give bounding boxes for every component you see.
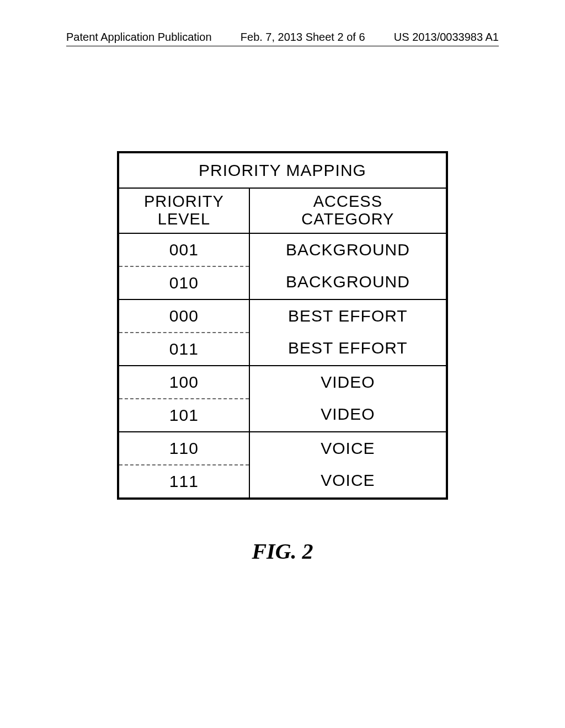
header-left-text: Patent Application Publication [66, 31, 212, 44]
priority-level-cell: 110 [119, 432, 249, 465]
priority-level-cell: 111 [119, 465, 249, 497]
col-header-priority-level: PRIORITY LEVEL [119, 189, 250, 233]
access-category-cell: BEST EFFORT [250, 300, 446, 332]
page: Patent Application Publication Feb. 7, 2… [0, 0, 565, 728]
content-area: PRIORITY MAPPING PRIORITY LEVEL ACCESS C… [66, 151, 499, 564]
priority-level-cell: 101 [119, 399, 249, 431]
access-category-cell: BACKGROUND [250, 266, 446, 298]
table-row: 001 010 BACKGROUND BACKGROUND [119, 234, 446, 300]
header-center-text: Feb. 7, 2013 Sheet 2 of 6 [241, 31, 365, 44]
priority-level-cell: 000 [119, 300, 249, 333]
col-header-line2: CATEGORY [301, 210, 394, 228]
table-title: PRIORITY MAPPING [119, 153, 446, 189]
table-row: 110 111 VOICE VOICE [119, 432, 446, 497]
table-row: 100 101 VIDEO VIDEO [119, 366, 446, 432]
priority-level-cell: 100 [119, 366, 249, 399]
priority-mapping-table: PRIORITY MAPPING PRIORITY LEVEL ACCESS C… [117, 151, 448, 500]
col-header-access-category: ACCESS CATEGORY [250, 189, 446, 233]
table-row: 000 011 BEST EFFORT BEST EFFORT [119, 300, 446, 366]
access-category-cell: VOICE [250, 464, 446, 496]
access-category-cell: VIDEO [250, 366, 446, 398]
access-category-cell: VIDEO [250, 398, 446, 430]
priority-level-cell: 010 [119, 267, 249, 299]
access-category-cell: BACKGROUND [250, 234, 446, 266]
col-header-line1: ACCESS [313, 192, 382, 210]
access-category-cell: VOICE [250, 432, 446, 464]
priority-level-cell: 001 [119, 234, 249, 267]
header-right-text: US 2013/0033983 A1 [394, 31, 499, 44]
table-header-row: PRIORITY LEVEL ACCESS CATEGORY [119, 189, 446, 234]
col-header-line2: LEVEL [158, 210, 210, 228]
priority-level-cell: 011 [119, 333, 249, 365]
figure-caption: FIG. 2 [252, 538, 313, 564]
table-body: 001 010 BACKGROUND BACKGROUND 000 011 [119, 234, 446, 497]
page-header: Patent Application Publication Feb. 7, 2… [66, 31, 499, 46]
col-header-line1: PRIORITY [144, 192, 224, 210]
access-category-cell: BEST EFFORT [250, 332, 446, 364]
